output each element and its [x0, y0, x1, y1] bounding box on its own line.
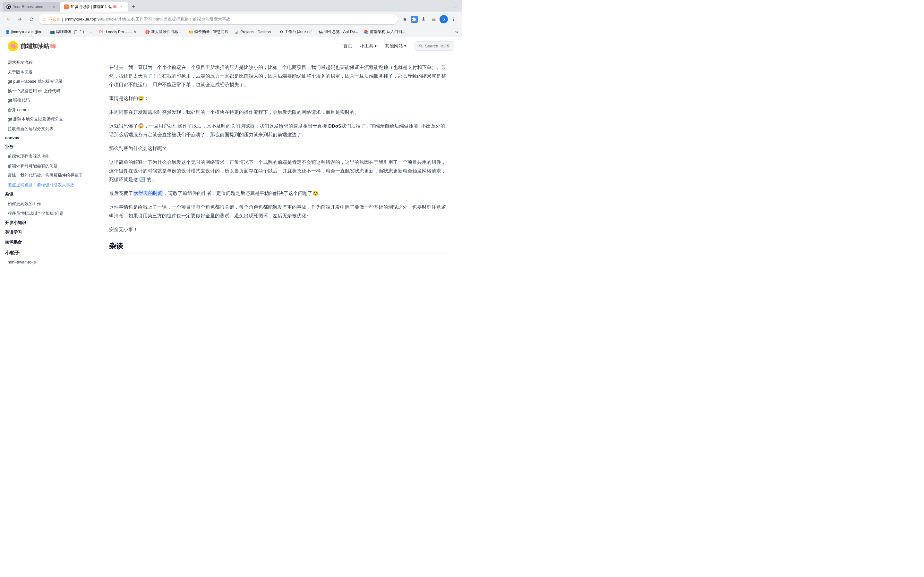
paragraph-6: 这里简单的解释一下为什么会触发这个无限的网络请求，正常情况下一个成熟的前端是肯定… [109, 158, 449, 184]
forward-button[interactable] [15, 15, 24, 24]
reload-button[interactable] [27, 15, 36, 24]
sidebar-item-gitupload[interactable]: 换一个思路使用 git 上传代码 [0, 86, 96, 96]
sidebar-item-bbhc[interactable]: 关于版本回退 [0, 67, 96, 77]
sidebar-item-filter[interactable]: 前端实现列表筛选功能 [0, 152, 96, 161]
paragraph-5: 那么到底为什么会这样呢？ [109, 144, 449, 153]
bookmark-tejiaquan-icon: 🎫 [188, 30, 193, 34]
site-logo-text: 前端加油站🧠 [21, 42, 57, 50]
paragraph-3: 本周同事在开发新需求时突然发现，我处理的一个模块在特定的操作流程下，会触发无限的… [109, 108, 449, 116]
search-button[interactable]: Search ⌘ K [415, 41, 454, 51]
sidebar-item-adblock[interactable]: 震惊！我的代码被广告屏蔽插件给拦截了 [0, 171, 96, 180]
tab-jishi[interactable]: 🧡 知识点记录 | 前端加油站🧠 × [60, 2, 128, 11]
sidebar-item-gitdelete[interactable]: git 删除本地分支以及远程分支 [0, 114, 96, 124]
main-layout: 需求开发流程 关于版本回退 git pull --rabase 优化提交记录 换… [0, 55, 462, 288]
bookmark-bilibili[interactable]: 📺 哔哩哔哩（" - " ）ゞ... [47, 28, 96, 36]
sidebar-section-business[interactable]: 业务 [0, 142, 96, 152]
paragraph-7: 最后花费了大半天的时间，请教了原组件的作者，定位问题之后还算是平稳的解决了这个问… [109, 189, 449, 197]
bookmark-tejiaquan[interactable]: 🎫 特价购券 - 智慧门店 [186, 28, 231, 36]
bookmark-logoly[interactable]: PH Logoly.Pro —— A... [97, 29, 142, 35]
bookmark-projects-label: Projects · Dashbo... [240, 30, 274, 34]
bookmark-xinren[interactable]: 🎯 新人阶段性目标 ... [142, 28, 185, 36]
sidebar-item-merge[interactable]: 合并 commit [0, 105, 96, 115]
bookmark-star-button[interactable] [401, 15, 409, 24]
menu-button[interactable] [449, 15, 458, 24]
sidebar-section-wheels[interactable]: 小轮子 [0, 247, 96, 258]
tab-github-close[interactable]: × [51, 4, 57, 9]
nav-tools[interactable]: 小工具 ▼ [360, 43, 377, 49]
back-button[interactable] [4, 15, 13, 24]
bookmark-jenkins[interactable]: ⚙ 工作台 [Jenkins] [277, 28, 315, 36]
sidebar: 需求开发流程 关于版本回退 git pull --rabase 优化提交记录 换… [0, 55, 96, 288]
other-sites-chevron: ▼ [404, 44, 407, 48]
paragraph-2: 事情是这样的😅： [109, 94, 449, 103]
address-input[interactable]: ⚠ 不安全 | jimmyxuexue.top:999/article/其他技术… [39, 14, 398, 24]
profile-avatar[interactable]: S [439, 15, 448, 23]
bookmark-jenkins-icon: ⚙ [280, 30, 283, 34]
sidebar-item-efficient[interactable]: 如何更高效的工作 [0, 199, 96, 209]
bookmark-jimmyxuexue-icon: 👤 [5, 30, 10, 34]
tools-chevron: ▼ [374, 44, 377, 48]
search-icon [419, 44, 423, 48]
sidebar-item-gitfetch[interactable]: 拉取最新的远程分支列表 [0, 124, 96, 134]
downloads-button[interactable] [419, 15, 428, 24]
bookmark-frontend-arch-label: 前端架构-从入门到... [370, 29, 405, 35]
security-indicator: ⚠ [42, 17, 46, 21]
browser-chrome: Your Repositories × 🧡 知识点记录 | 前端加油站🧠 × + [0, 0, 462, 37]
address-bar: ⚠ 不安全 | jimmyxuexue.top:999/article/其他技术… [0, 11, 462, 27]
sidebar-item-miniawait[interactable]: mini-await-to-js [0, 258, 96, 267]
site-logo-image: 🧠 [8, 41, 18, 51]
nav-home[interactable]: 首页 [343, 43, 352, 49]
tab-list-button[interactable] [452, 3, 459, 11]
bookmark-antdesign-label: 组件总览 - Ant De... [325, 29, 358, 35]
ddos-strong: DDoS [328, 123, 341, 129]
logo-emoji: 🧠 [9, 43, 16, 50]
site-header: 🧠 前端加油站🧠 首页 小工具 ▼ 其他网站 ▼ Search ⌘ K [0, 37, 462, 55]
sidebar-item-accident[interactable]: 差点提桶跑路！前端也能引发大事故~ [0, 180, 96, 190]
bookmark-frontend-arch[interactable]: 📚 前端架构-从入门到... [361, 28, 408, 36]
paragraph-9: 安全无小事！ [109, 225, 449, 234]
section-heading-zatalk: 杂谈 [109, 242, 449, 254]
sidebar-section-canvas[interactable]: canvas [0, 133, 96, 142]
site-logo[interactable]: 🧠 前端加油站🧠 [8, 41, 57, 51]
kbd-k: K [445, 44, 450, 48]
bookmark-frontend-arch-icon: 📚 [364, 30, 368, 34]
github-favicon [6, 5, 11, 9]
new-tab-button[interactable]: + [129, 2, 138, 11]
bookmark-projects-icon: 📊 [234, 30, 239, 34]
article-content: 在过去，我一直以为一个小小前端在一个项目里所承担的压力是比较小的，比如一个电商项… [96, 55, 462, 288]
bookmark-bilibili-icon: 📺 [50, 30, 55, 34]
tab-github-title: Your Repositories [13, 5, 49, 9]
paragraph-1: 在过去，我一直以为一个小小前端在一个项目里所承担的压力是比较小的，比如一个电商项… [109, 63, 449, 89]
sidebar-section-interview[interactable]: 面试集合 [0, 237, 96, 247]
tab-github[interactable]: Your Repositories × [3, 2, 60, 11]
sidebar-section-chat[interactable]: 杂谈 [0, 189, 96, 199]
bookmark-antdesign-icon: 🐜 [318, 30, 323, 34]
sidebar-item-gitpull[interactable]: git pull --rabase 优化提交记录 [0, 77, 96, 86]
site-nav: 首页 小工具 ▼ 其他网站 ▼ [343, 43, 407, 49]
bookmark-jimmyxuexue-label: jimmyxuexue (jim... [11, 30, 44, 34]
toolbar-actions: S [401, 15, 458, 24]
bookmark-projects[interactable]: 📊 Projects · Dashbo... [232, 29, 276, 35]
bookmark-logoly-icon: PH [99, 30, 105, 34]
bookmark-jimmyxuexue[interactable]: 👤 jimmyxuexue (jim... [3, 29, 47, 35]
tab-jishi-close[interactable]: × [119, 4, 124, 9]
bookmarks-bar: 👤 jimmyxuexue (jim... 📺 哔哩哔哩（" - " ）ゞ...… [0, 27, 462, 37]
extension-button[interactable] [411, 16, 418, 23]
tab-bar: Your Repositories × 🧡 知识点记录 | 前端加油站🧠 × + [0, 0, 462, 11]
bookmark-logoly-label: Logoly.Pro —— A... [106, 30, 140, 34]
sidebar-section-english[interactable]: 英语学习 [0, 227, 96, 237]
bookmark-antdesign[interactable]: 🐜 组件总览 - Ant De... [316, 28, 360, 36]
tab-jishi-title: 知识点记录 | 前端加油站🧠 [71, 4, 117, 10]
sidebar-item-xqkf[interactable]: 需求开发流程 [0, 58, 96, 67]
sidebar-item-calc[interactable]: 前端计算时可能会有的问题 [0, 161, 96, 171]
nav-other-sites[interactable]: 其他网站 ▼ [385, 43, 407, 49]
url-display: jimmyxuexue.top:999/article/其他技术/工作学习.ht… [65, 16, 230, 22]
sidebar-item-gitforce[interactable]: git 强推代码 [0, 95, 96, 105]
sidebar-section-devknowledge[interactable]: 开发小知识 [0, 218, 96, 227]
paragraph-8: 这件事情也是给我上了一课，一个项目里每个角色都很关键，每个角色也都能触发严重的事… [109, 203, 449, 220]
jishi-favicon: 🧡 [64, 5, 69, 9]
profiles-button[interactable] [429, 15, 438, 24]
bookmarks-more-button[interactable]: » [454, 29, 459, 35]
sidebar-item-overtime[interactable]: 程序员"到点就走"与"加班"问题 [0, 209, 96, 218]
security-label: 不安全 [48, 17, 60, 22]
